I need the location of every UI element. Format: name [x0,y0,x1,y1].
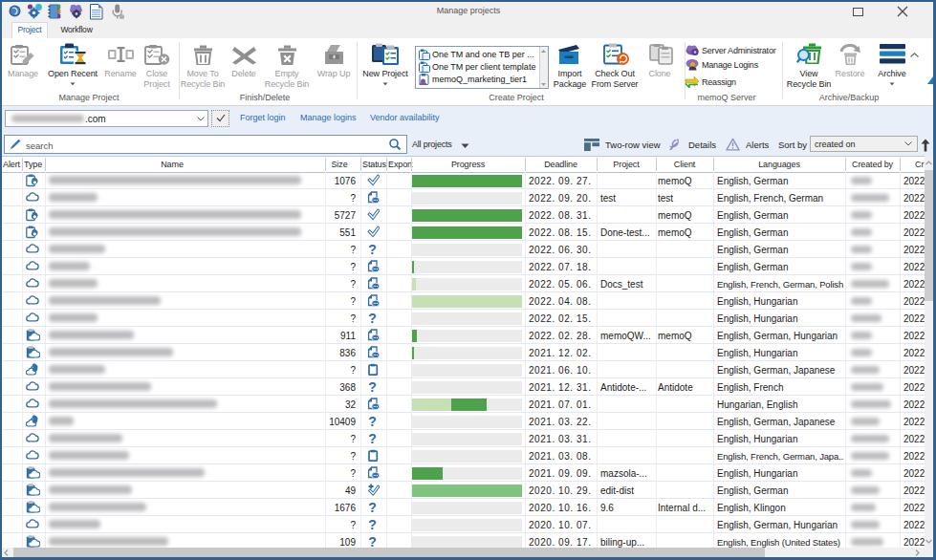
svg-text:?: ? [368,518,377,530]
svg-text:?: ? [368,535,377,548]
svg-text:?: ? [368,312,377,324]
svg-text:?: ? [368,415,377,427]
svg-text:?: ? [368,501,377,513]
svg-text:?: ? [368,243,377,255]
svg-text:?: ? [368,432,377,444]
svg-text:?: ? [368,380,377,393]
